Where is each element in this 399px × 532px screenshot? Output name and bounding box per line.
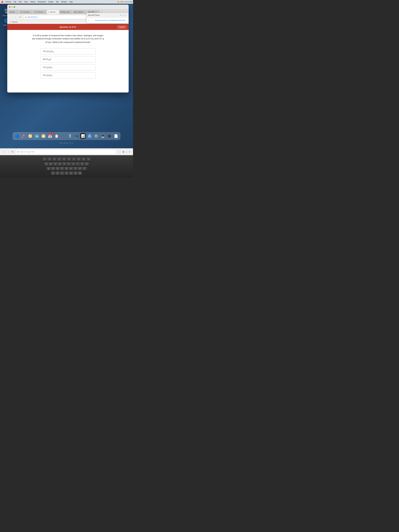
key-x[interactable]: X: [55, 171, 60, 175]
key-r[interactable]: R: [58, 162, 62, 166]
choice-c[interactable]: C) C3H4O3: [40, 64, 96, 71]
dock-doc[interactable]: 📄: [113, 133, 119, 139]
key-g[interactable]: G: [64, 167, 69, 171]
chrome-add-tab-icon[interactable]: ⊕: [122, 150, 124, 153]
tab-chem101[interactable]: ● Chem101 ×: [47, 10, 59, 14]
key-9[interactable]: 9: [82, 157, 86, 161]
key-4[interactable]: 4: [57, 157, 61, 161]
key-i[interactable]: I: [76, 162, 80, 166]
key-f[interactable]: F: [60, 167, 64, 171]
key-q[interactable]: Q: [44, 162, 48, 166]
close-button[interactable]: [9, 6, 10, 8]
dock-photos[interactable]: 🌅: [40, 133, 46, 139]
menu-bookmarks[interactable]: Bookmarks: [37, 1, 47, 3]
key-v[interactable]: V: [64, 171, 69, 175]
teams-close-button[interactable]: ×: [125, 14, 127, 16]
choice-b[interactable]: B) CH13O: [40, 56, 96, 63]
chrome-refresh-button[interactable]: ↻: [12, 150, 14, 153]
teams-new-tab-button[interactable]: +: [122, 14, 125, 16]
dock-settings[interactable]: ⚙️: [93, 133, 99, 139]
dock-music[interactable]: 🎵: [60, 133, 66, 139]
key-o[interactable]: O: [80, 162, 84, 166]
dock-notes[interactable]: 📋: [54, 133, 59, 139]
key-u[interactable]: U: [71, 162, 75, 166]
key-k[interactable]: K: [78, 167, 82, 171]
tab-inbox-close[interactable]: ×: [97, 11, 99, 13]
key-d[interactable]: D: [55, 167, 60, 171]
key-0[interactable]: 0: [86, 157, 91, 161]
key-p[interactable]: P: [85, 162, 89, 166]
tab-mail[interactable]: Mail - Saidia Be ×: [73, 10, 87, 14]
key-s[interactable]: S: [51, 167, 55, 171]
key-w[interactable]: W: [49, 162, 53, 166]
dock-grid[interactable]: ⊞: [107, 133, 112, 139]
key-y[interactable]: Y: [67, 162, 71, 166]
key-n[interactable]: N: [73, 171, 78, 175]
chrome-url-bar[interactable]: G Search or type URL: [15, 150, 117, 154]
key-6[interactable]: 6: [67, 157, 71, 161]
tab-mail-close[interactable]: ×: [84, 11, 86, 13]
key-e[interactable]: E: [53, 162, 57, 166]
chrome-forward-button[interactable]: →: [7, 150, 10, 153]
menu-history[interactable]: History: [29, 1, 36, 3]
menu-view[interactable]: View: [23, 1, 29, 3]
tab-ch5-summary[interactable]: Ch. 5 Summary ×: [19, 10, 33, 14]
tab-textbook[interactable]: Textbook ×: [8, 10, 19, 14]
teams-popup-body: ← → teams.microsoft.com/_#/calling/19:34…: [87, 18, 128, 23]
chrome-back-button[interactable]: ←: [3, 150, 5, 153]
dock-safari[interactable]: 🧭: [27, 133, 33, 139]
key-8[interactable]: 8: [77, 157, 81, 161]
key-t[interactable]: T: [62, 162, 66, 166]
key-2[interactable]: 2: [47, 157, 52, 161]
chrome-settings-icon[interactable]: ✦: [129, 151, 130, 153]
choice-a[interactable]: A) C4H13O15: [40, 48, 96, 55]
dock-display[interactable]: 🖥️: [100, 133, 106, 139]
teams-back-button[interactable]: ←: [88, 19, 90, 21]
key-h[interactable]: H: [69, 167, 73, 171]
tab-chem101-close[interactable]: ×: [56, 11, 58, 13]
back-button[interactable]: ‹: [9, 15, 13, 19]
key-b[interactable]: B: [69, 171, 73, 175]
tab-billing-close[interactable]: ×: [70, 11, 71, 13]
key-5[interactable]: 5: [62, 157, 66, 161]
menu-file[interactable]: File: [13, 1, 17, 3]
key-m[interactable]: M: [78, 171, 82, 175]
key-3[interactable]: 3: [52, 157, 57, 161]
key-z[interactable]: Z: [51, 171, 55, 175]
menu-people[interactable]: People: [47, 1, 54, 3]
dock-finder[interactable]: 🔵: [14, 133, 20, 139]
key-a[interactable]: A: [46, 167, 51, 171]
tab-billing[interactable]: My Billing Ledg ×: [59, 10, 73, 14]
tab-ch4-close[interactable]: ×: [44, 11, 46, 13]
key-j[interactable]: J: [73, 167, 78, 171]
refresh-button[interactable]: ↻: [18, 15, 22, 19]
key-1[interactable]: 1: [43, 157, 47, 161]
key-7[interactable]: 7: [72, 157, 76, 161]
dock-launchpad[interactable]: 🚀: [21, 133, 26, 139]
forward-button[interactable]: ›: [14, 15, 17, 19]
dock-appletv[interactable]: 📺: [74, 133, 79, 139]
key-l[interactable]: L: [82, 167, 87, 171]
fullscreen-button[interactable]: [14, 6, 15, 8]
tab-ch4-summary[interactable]: Ch. 4 Summary ×: [33, 10, 47, 14]
chrome-bookmark-icon[interactable]: ☆: [119, 150, 120, 153]
minimize-button[interactable]: [11, 6, 13, 8]
dock-stocks[interactable]: 📊: [80, 133, 86, 139]
number-row: 1 2 3 4 5 6 7 8 9 0: [42, 157, 91, 162]
tab-ch5-close[interactable]: ×: [30, 11, 32, 13]
dock-chrome[interactable]: [87, 133, 93, 139]
bookmark-textbook[interactable]: 📖 Textbook: [8, 21, 19, 23]
menu-chrome[interactable]: Chrome: [4, 1, 12, 3]
menu-edit[interactable]: Edit: [18, 1, 23, 3]
apple-menu[interactable]: 🍎: [1, 1, 3, 3]
choice-d[interactable]: D) C3H2O3: [40, 72, 96, 79]
menu-tab[interactable]: Tab: [55, 1, 59, 3]
menu-help[interactable]: Help: [68, 1, 74, 3]
key-c[interactable]: C: [60, 171, 64, 175]
dock-maps[interactable]: 🗺️: [34, 133, 40, 139]
dock-podcasts[interactable]: 🎙️: [67, 133, 73, 139]
tab-textbook-close[interactable]: ×: [16, 11, 18, 13]
submit-button[interactable]: Submit: [117, 25, 127, 29]
menu-window[interactable]: Window: [60, 1, 68, 3]
dock-calendar[interactable]: 10 📅: [47, 133, 53, 139]
